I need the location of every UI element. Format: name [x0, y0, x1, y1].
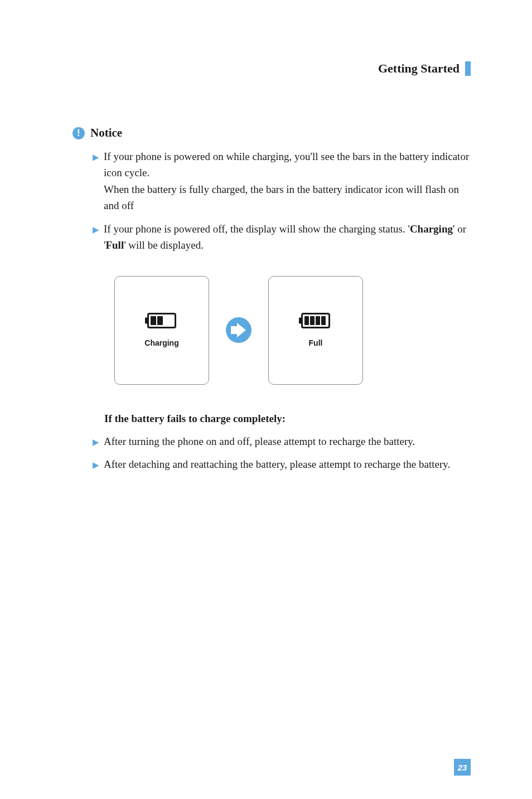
triangle-bullet-icon: ▶: [93, 151, 99, 164]
battery-charging-icon: [147, 313, 176, 328]
list-item: ▶ After turning the phone on and off, pl…: [93, 433, 471, 449]
text-segment: If your phone is powered off, the displa…: [104, 223, 410, 235]
triangle-bullet-icon: ▶: [93, 436, 99, 449]
battery-bar: [157, 316, 163, 325]
screen-label-full: Full: [309, 338, 323, 347]
list-item: ▶ After detaching and reattaching the ba…: [93, 456, 471, 472]
triangle-bullet-icon: ▶: [93, 224, 99, 236]
troubleshoot-bullet-list: ▶ After turning the phone on and off, pl…: [93, 433, 471, 473]
phone-screen-charging: Charging: [114, 276, 209, 385]
header-accent-bar: [465, 61, 471, 76]
notice-exclamation-icon: !: [72, 127, 85, 139]
bullet-text: After turning the phone on and off, plea…: [104, 433, 471, 449]
battery-bar: [321, 316, 326, 325]
battery-full-icon: [301, 313, 330, 328]
screen-label-charging: Charging: [144, 338, 178, 347]
bullet-text: If your phone is powered off, the displa…: [104, 221, 471, 254]
page-title: Getting Started: [378, 61, 460, 76]
troubleshoot-heading: If the battery fails to charge completel…: [104, 413, 471, 425]
list-item: ▶ If your phone is powered off, the disp…: [93, 221, 471, 254]
notice-heading-row: ! Notice: [72, 126, 471, 140]
bullet-subline: When the battery is fully charged, the b…: [104, 181, 471, 214]
notice-label: Notice: [90, 126, 122, 140]
battery-bar: [151, 316, 156, 325]
charging-diagram: Charging Full: [114, 276, 471, 385]
battery-bar: [316, 316, 320, 325]
phone-screen-full: Full: [268, 276, 363, 385]
text-segment: ' will be displayed.: [124, 239, 204, 251]
page-header: Getting Started: [72, 61, 471, 76]
bullet-line: If your phone is powered on while chargi…: [104, 151, 469, 178]
list-item: ▶ If your phone is powered on while char…: [93, 148, 471, 214]
bold-text: Full: [105, 239, 124, 251]
bullet-text: If your phone is powered on while chargi…: [104, 148, 471, 214]
triangle-bullet-icon: ▶: [93, 459, 99, 472]
notice-bullet-list: ▶ If your phone is powered on while char…: [93, 148, 471, 254]
arrow-right-icon: [226, 317, 252, 343]
page-number-badge: 23: [454, 759, 471, 776]
battery-bar: [310, 316, 315, 325]
bold-text: Charging: [410, 223, 453, 235]
battery-bar: [304, 316, 309, 325]
bullet-text: After detaching and reattaching the batt…: [104, 456, 471, 472]
